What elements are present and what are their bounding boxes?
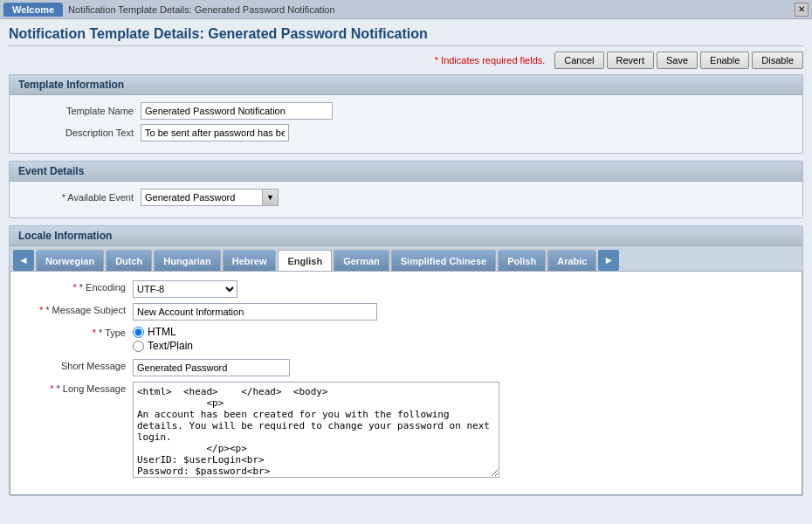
description-label: Description Text [18, 128, 141, 138]
long-message-label: * Long Message [19, 382, 133, 394]
available-event-container: Generated Password ▼ [141, 189, 279, 206]
message-subject-row: * Message Subject [10, 303, 802, 321]
event-details-section: Event Details * Available Event Generate… [9, 161, 803, 218]
description-row: Description Text [18, 124, 794, 141]
tab-hebrew[interactable]: Hebrew [223, 250, 277, 271]
locale-tabs-container: ◄ Norwegian Dutch Hungarian Hebrew Engli… [10, 246, 802, 272]
type-control: HTML Text/Plain [133, 326, 793, 354]
revert-button[interactable]: Revert [607, 52, 654, 69]
type-row: * Type HTML Text/Plain [10, 326, 802, 354]
tab-english[interactable]: English [278, 250, 332, 271]
welcome-tab[interactable]: Welcome [3, 3, 63, 17]
template-name-input[interactable] [141, 102, 333, 120]
save-button[interactable]: Save [657, 52, 698, 69]
tab-dutch[interactable]: Dutch [106, 250, 152, 271]
cancel-button[interactable]: Cancel [554, 52, 603, 69]
template-info-body: Template Name Description Text [10, 95, 802, 153]
type-radio-group: HTML Text/Plain [133, 326, 793, 354]
short-message-control [133, 359, 793, 376]
event-details-body: * Available Event Generated Password ▼ [10, 182, 802, 217]
tab-polish[interactable]: Polish [498, 250, 546, 271]
disable-button[interactable]: Disable [752, 52, 803, 69]
short-message-label: Short Message [19, 359, 133, 371]
type-label: * Type [19, 326, 133, 338]
short-message-input[interactable] [133, 359, 290, 376]
encoding-row: * Encoding UTF-8 ISO-8859-1 US-ASCII [10, 280, 802, 298]
template-name-row: Template Name [18, 102, 794, 120]
available-event-row: * Available Event Generated Password ▼ [18, 189, 794, 206]
encoding-select[interactable]: UTF-8 ISO-8859-1 US-ASCII [133, 280, 237, 298]
title-bar: Welcome Notification Template Details: G… [0, 0, 812, 19]
tab-left-arrow[interactable]: ◄ [13, 250, 34, 271]
message-subject-label: * Message Subject [19, 303, 133, 315]
main-content: Notification Template Details: Generated… [0, 19, 812, 524]
template-name-label: Template Name [18, 106, 141, 116]
type-text-radio[interactable] [133, 341, 144, 352]
encoding-control: UTF-8 ISO-8859-1 US-ASCII [133, 280, 793, 298]
type-text-option: Text/Plain [133, 340, 793, 352]
type-html-radio[interactable] [133, 327, 144, 338]
template-info-header: Template Information [10, 75, 802, 95]
tab-arabic[interactable]: Arabic [547, 250, 596, 271]
locale-section-header: Locale Information [10, 226, 802, 246]
title-bar-text: Notification Template Details: Generated… [68, 4, 335, 15]
long-message-row: * Long Message [10, 382, 802, 480]
tab-hungarian[interactable]: Hungarian [154, 250, 220, 271]
close-button[interactable]: ✕ [795, 3, 809, 17]
tab-norwegian[interactable]: Norwegian [36, 250, 104, 271]
event-details-header: Event Details [10, 162, 802, 182]
enable-button[interactable]: Enable [700, 52, 749, 69]
available-event-dropdown-button[interactable]: ▼ [263, 189, 279, 206]
available-event-value: Generated Password [141, 189, 263, 206]
type-text-label: Text/Plain [148, 340, 193, 352]
message-subject-control [133, 303, 793, 321]
short-message-row: Short Message [10, 359, 802, 376]
tab-german[interactable]: German [334, 250, 389, 271]
long-message-control [133, 382, 793, 480]
required-note: * Indicates required fields. [435, 55, 546, 66]
long-message-textarea[interactable] [133, 382, 499, 478]
tab-simplified-chinese[interactable]: Simplified Chinese [391, 250, 496, 271]
tab-content-english: * Encoding UTF-8 ISO-8859-1 US-ASCII * M… [10, 272, 802, 495]
message-subject-input[interactable] [133, 303, 377, 321]
type-html-label: HTML [148, 326, 176, 338]
template-info-section: Template Information Template Name Descr… [9, 74, 803, 154]
page-title: Notification Template Details: Generated… [9, 26, 803, 46]
locale-section: Locale Information ◄ Norwegian Dutch Hun… [9, 225, 803, 496]
toolbar: * Indicates required fields. Cancel Reve… [9, 52, 803, 69]
type-html-option: HTML [133, 326, 793, 338]
tab-right-arrow[interactable]: ► [598, 250, 619, 271]
description-input[interactable] [141, 124, 289, 141]
encoding-label: * Encoding [19, 280, 133, 293]
available-event-label: * Available Event [18, 192, 141, 203]
